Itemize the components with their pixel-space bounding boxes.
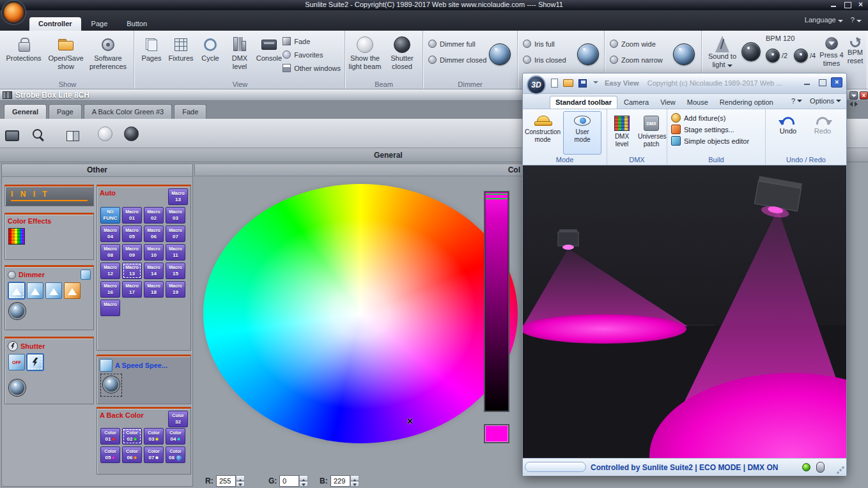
- easy-view-titlebar[interactable]: 3D Easy View Copyright (c) Nicolaudie 19…: [523, 73, 846, 94]
- r-down-button[interactable]: [236, 481, 245, 487]
- ribbon-button[interactable]: DMX level: [225, 32, 254, 82]
- dimmer-preset-4[interactable]: [64, 282, 81, 299]
- shutter-off-button[interactable]: OFF: [8, 354, 25, 370]
- macro-button[interactable]: Macro 05: [122, 225, 142, 242]
- easy-view-close-button[interactable]: [831, 77, 842, 88]
- ribbon-toggle[interactable]: Dimmer closed: [428, 56, 486, 64]
- shutter-strobe-button[interactable]: [27, 354, 43, 370]
- g-down-button[interactable]: [299, 481, 308, 487]
- 3d-stage-viewport[interactable]: [523, 165, 846, 458]
- sound-to-light-button[interactable]: Sound to light: [707, 36, 738, 68]
- dimmer-preset-3[interactable]: [45, 282, 62, 299]
- color-effects-icon[interactable]: [8, 228, 25, 245]
- r-up-button[interactable]: [236, 475, 245, 481]
- color-preset-button[interactable]: Color 02: [122, 428, 142, 445]
- g-up-button[interactable]: [299, 475, 308, 481]
- macro-button[interactable]: Macro 18: [144, 281, 164, 298]
- build-menu-item[interactable]: Add fixture(s): [671, 113, 765, 123]
- ribbon-toggle[interactable]: Iris closed: [523, 56, 566, 64]
- dimmer-preset-1[interactable]: [8, 282, 25, 299]
- ribbon-toggle[interactable]: Zoom wide: [610, 40, 663, 48]
- layout-button[interactable]: [61, 125, 84, 148]
- macro-button[interactable]: Macro 12: [100, 263, 120, 279]
- color-preset-button[interactable]: Color 03: [144, 428, 164, 445]
- macro-button[interactable]: Macro 09: [122, 244, 142, 261]
- slider-marker[interactable]: [486, 194, 508, 199]
- user-mode-button[interactable]: User mode: [563, 111, 601, 155]
- beam-closed-button[interactable]: [120, 122, 143, 145]
- build-menu-item[interactable]: Simple objects editor: [671, 136, 765, 146]
- scroll-tabs-right-icon[interactable]: [855, 102, 858, 107]
- ribbon-toggle[interactable]: Dimmer full: [428, 40, 486, 48]
- bpm-reset-button[interactable]: BPM reset: [845, 37, 865, 65]
- init-button[interactable]: I N I T: [4, 185, 94, 206]
- ribbon-button[interactable]: Protections: [3, 32, 45, 82]
- strobe-tab[interactable]: General: [4, 104, 47, 119]
- build-menu-item[interactable]: Stage settings...: [671, 125, 765, 134]
- zoom-tool-button[interactable]: [27, 123, 50, 146]
- undo-button[interactable]: Undo: [771, 109, 805, 135]
- brightness-slider[interactable]: [484, 191, 509, 412]
- ribbon-button[interactable]: Software preferences: [87, 32, 129, 82]
- macro-button[interactable]: Macro 16: [100, 281, 120, 298]
- easy-view-minimize-button[interactable]: [802, 77, 813, 88]
- ribbon-button[interactable]: Shutter closed: [384, 32, 421, 82]
- bpm-div4[interactable]: /4: [794, 49, 816, 63]
- strobe-tab[interactable]: Page: [49, 104, 82, 119]
- easy-view-tab[interactable]: View: [655, 96, 681, 109]
- ribbon-toggle[interactable]: Iris full: [523, 40, 566, 48]
- easy-view-tab[interactable]: Camera: [619, 96, 654, 109]
- color-preset-button[interactable]: Color 01: [100, 428, 120, 445]
- dimmer-preset-2[interactable]: [27, 282, 43, 299]
- speed-knob[interactable]: [103, 376, 120, 393]
- main-tab[interactable]: Page: [82, 17, 117, 31]
- macro-button[interactable]: Macro 03: [166, 207, 185, 224]
- b-down-button[interactable]: [350, 481, 359, 487]
- back-color-badge[interactable]: Color 32: [168, 411, 188, 427]
- macro-button[interactable]: Macro 17: [122, 281, 142, 298]
- minimize-button[interactable]: [830, 1, 839, 8]
- easy-view-3d-logo[interactable]: 3D: [527, 75, 546, 95]
- macro-button[interactable]: Macro 10: [144, 244, 164, 261]
- redo-button[interactable]: Redo: [805, 109, 840, 135]
- macro-button[interactable]: Macro 15: [166, 263, 185, 279]
- main-tab[interactable]: Controller: [29, 17, 81, 31]
- horizontal-scrollbar-thumb[interactable]: [525, 462, 586, 472]
- macro-button[interactable]: NO FUNC: [100, 207, 120, 224]
- bpm-div2-knob[interactable]: [766, 49, 780, 63]
- universes-patch-button[interactable]: DMX Universes patch: [637, 111, 665, 155]
- ribbon-button[interactable]: Cycle: [196, 32, 225, 82]
- ribbon-small-button[interactable]: Other windows: [283, 64, 341, 72]
- construction-mode-button[interactable]: Construction mode: [523, 111, 562, 155]
- easy-view-maximize-button[interactable]: [816, 77, 828, 88]
- ribbon-button[interactable]: Open/Save show: [45, 32, 87, 82]
- bpm-knob[interactable]: [741, 42, 761, 61]
- macro-button[interactable]: Macro 06: [144, 225, 164, 242]
- color-preset-button[interactable]: Color 04: [166, 428, 185, 445]
- strobe-tab[interactable]: A Back Color Green #3: [84, 104, 173, 119]
- macro-button[interactable]: Macro 08: [100, 244, 120, 261]
- macro-button[interactable]: Macro 02: [144, 207, 164, 224]
- macro-button[interactable]: Macro 19: [166, 281, 185, 298]
- new-document-icon[interactable]: [551, 79, 558, 88]
- app-logo-icon[interactable]: [2, 1, 26, 24]
- macro-button[interactable]: Macro 07: [166, 225, 185, 242]
- color-preset-button[interactable]: Color 05: [100, 446, 120, 463]
- easy-view-help-menu[interactable]: ?: [791, 97, 802, 105]
- g-value[interactable]: 0: [279, 475, 299, 487]
- shutter-knob[interactable]: [9, 379, 26, 396]
- color-preset-button[interactable]: Color 07: [144, 446, 164, 463]
- easy-view-tab[interactable]: Mouse: [682, 96, 713, 109]
- macro-button[interactable]: Macro 14: [144, 263, 164, 279]
- bpm-div4-knob[interactable]: [794, 49, 808, 63]
- press-4-times-button[interactable]: Press 4 times: [819, 37, 844, 67]
- close-tab-button[interactable]: [860, 91, 868, 100]
- color-wheel[interactable]: [203, 184, 518, 443]
- macro-button[interactable]: Macro 13: [122, 263, 142, 279]
- strobe-tab[interactable]: Fade: [174, 104, 206, 119]
- r-value[interactable]: 255: [216, 475, 236, 487]
- macro-button[interactable]: Macro 04: [100, 225, 120, 242]
- dimmer-header-icon[interactable]: [81, 270, 91, 280]
- easy-view-tab[interactable]: Standard toolbar: [550, 96, 617, 109]
- beam-open-button[interactable]: [93, 122, 116, 145]
